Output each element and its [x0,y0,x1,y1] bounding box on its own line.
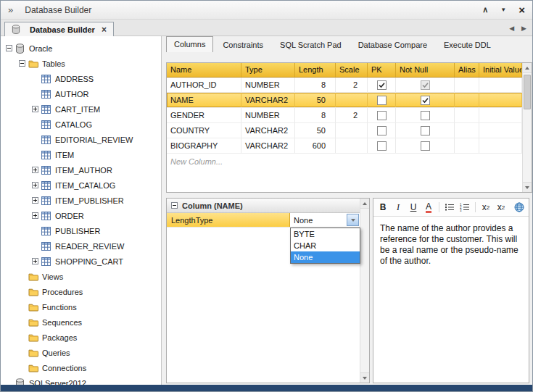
pk-checkbox[interactable] [377,80,387,90]
pk-checkbox[interactable] [377,126,387,135]
tree-item-connections[interactable]: Connections [1,360,161,375]
tab-constraints[interactable]: Constraints [215,38,270,52]
tab-scroll-left-icon[interactable]: ◀ [509,25,514,32]
tree-item-catalog[interactable]: CATALOG [1,117,161,132]
grid-row-author-id[interactable]: AUTHOR_IDNUMBER82 [167,78,522,93]
scroll-down-button[interactable] [360,372,369,383]
tab-execute-ddl[interactable]: Execute DDL [437,38,498,52]
expand-expander-icon[interactable] [31,258,39,264]
column-header-initial-value[interactable]: Initial Value [479,63,522,77]
collapse-icon[interactable]: ∧ [482,6,488,14]
property-row-lengthtype[interactable]: LengthType None [167,213,360,228]
pk-checkbox[interactable] [377,96,387,105]
dropdown-option-byte[interactable]: BYTE [291,228,360,240]
tree-item-sequences[interactable]: Sequences [1,314,161,330]
column-header-alias[interactable]: Alias [455,63,479,77]
close-icon[interactable]: × [518,4,525,15]
scroll-thumb[interactable] [524,75,531,109]
triangle-down-icon [525,186,529,189]
grid-row-gender[interactable]: GENDERNUMBER82 [167,108,522,123]
tree-item-sqlserver2012[interactable]: SQLServer2012 [1,375,161,385]
grid-row-country[interactable]: COUNTRYVARCHAR250 [167,123,522,138]
tree-item-functions[interactable]: Functions [1,299,161,314]
expand-expander-icon[interactable] [31,212,39,219]
overflow-chevron-icon[interactable]: » [8,4,13,15]
tree-item-label: SQLServer2012 [29,379,86,385]
tree-item-shopping-cart[interactable]: SHOPPING_CART [1,254,161,269]
not-null-checkbox[interactable] [421,126,430,135]
tree-item-publisher[interactable]: PUBLISHER [1,223,161,238]
column-header-type[interactable]: Type [241,63,295,77]
tree-item-cart-item[interactable]: CART_ITEM [1,101,161,117]
new-column-row[interactable]: New Column... [167,154,522,169]
expand-expander-icon[interactable] [31,167,39,173]
tree-item-reader-review[interactable]: READER_REVIEW [1,238,161,254]
tree-item-editorial-review[interactable]: EDITORIAL_REVIEW [1,132,161,147]
expand-expander-icon[interactable] [31,197,39,204]
tab-scroll-right-icon[interactable]: ▶ [521,25,526,32]
tree-item-item-author[interactable]: ITEM_AUTHOR [1,162,161,178]
tab-sql-scratch-pad[interactable]: SQL Scratch Pad [273,38,349,52]
hyperlink-icon[interactable] [514,201,524,213]
grid-row-biography[interactable]: BIOGRAPHYVARCHAR2600 [167,138,522,154]
expand-expander-icon[interactable] [31,182,39,188]
dropdown-button[interactable] [347,214,359,226]
dropdown-option-none[interactable]: None [291,251,360,263]
column-header-scale[interactable]: Scale [336,63,368,77]
superscript-icon[interactable]: x2 [481,201,491,213]
italic-icon[interactable]: I [393,201,403,213]
column-header-not-null[interactable]: Not Null [396,63,455,77]
cell-alias [455,78,479,92]
grid-row-name[interactable]: NAMEVARCHAR250 [167,93,522,108]
collapse-expander-icon[interactable] [18,60,26,67]
column-header-name[interactable]: Name [167,63,241,77]
tree-item-procedures[interactable]: Procedures [1,284,161,299]
collapse-expander-icon[interactable] [5,45,13,51]
lengthtype-value-cell[interactable]: None [290,213,360,227]
not-null-checkbox[interactable] [421,111,430,120]
underline-icon[interactable]: U [408,201,418,213]
cell-scale: 2 [336,78,368,92]
notes-panel: BIUA123x2x2 The name of the author provi… [373,198,529,383]
column-header-pk[interactable]: PK [368,63,396,77]
cell-type: VARCHAR2 [241,93,295,107]
cell-initial-value [479,78,522,92]
scroll-down-button[interactable] [523,182,532,192]
new-column-label: New Column... [167,154,241,169]
scroll-up-button[interactable] [360,199,369,209]
bullet-list-icon[interactable] [445,201,455,213]
tree-item-packages[interactable]: Packages [1,330,161,345]
tree-item-address[interactable]: ADDRESS [1,71,161,86]
tree-item-queries[interactable]: Queries [1,345,161,360]
window-menu-icon[interactable]: ▼ [500,7,506,13]
expand-expander-icon[interactable] [31,106,39,112]
props-scrollbar[interactable] [360,199,369,383]
pk-checkbox[interactable] [377,141,387,151]
column-header-length[interactable]: Length [295,63,336,77]
scroll-up-button[interactable] [523,63,532,73]
tree-item-item-catalog[interactable]: ITEM_CATALOG [1,178,161,193]
tab-database-builder[interactable]: Database Builder × [4,22,114,36]
subscript-icon[interactable]: x2 [496,201,506,213]
font-color-icon[interactable]: A [423,201,434,213]
tree-item-views[interactable]: Views [1,269,161,284]
tree-item-item-publisher[interactable]: ITEM_PUBLISHER [1,193,161,208]
tab-database-compare[interactable]: Database Compare [351,38,434,52]
table-icon [41,75,52,83]
tree-item-author[interactable]: AUTHOR [1,86,161,101]
tree-item-tables[interactable]: Tables [1,56,161,71]
collapse-expander-icon[interactable] [171,201,178,210]
property-group-header[interactable]: Column (NAME) [167,199,369,213]
tree-item-oracle[interactable]: Oracle [1,41,161,56]
pk-checkbox[interactable] [377,111,387,120]
tab-close-icon[interactable]: × [102,25,107,34]
not-null-checkbox[interactable] [421,96,430,105]
grid-scrollbar[interactable] [522,63,532,192]
not-null-checkbox[interactable] [421,141,430,151]
tree-item-item[interactable]: ITEM [1,147,161,162]
tree-item-order[interactable]: ORDER [1,208,161,223]
tab-columns[interactable]: Columns [166,36,213,52]
bold-icon[interactable]: B [378,201,388,213]
numbered-list-icon[interactable]: 123 [460,201,470,213]
dropdown-option-char[interactable]: CHAR [291,240,360,251]
